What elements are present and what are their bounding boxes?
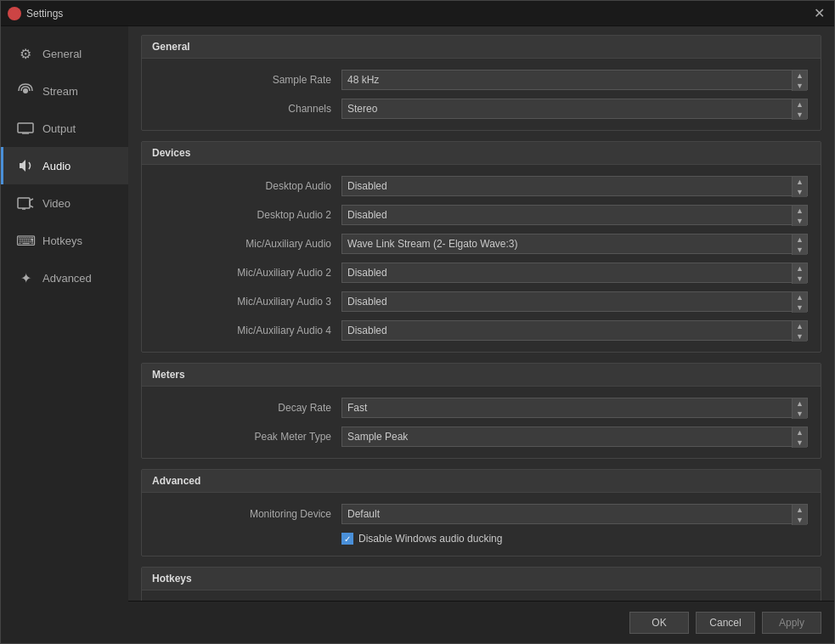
peak-meter-up[interactable]: ▲ (793, 427, 807, 438)
checkbox-ducking[interactable] (341, 533, 353, 545)
section-header-advanced: Advanced (142, 470, 821, 493)
desktop-audio-spinner[interactable]: ▲ ▼ (792, 177, 807, 197)
channels-up[interactable]: ▲ (793, 99, 807, 110)
control-mic-aux-3: Disabled ▲ ▼ (341, 291, 808, 312)
mic-aux-up[interactable]: ▲ (793, 234, 807, 245)
sidebar-label-hotkeys: Hotkeys (42, 234, 82, 247)
select-mic-aux-3[interactable]: Disabled ▲ ▼ (341, 291, 808, 312)
apply-button[interactable]: Apply (762, 612, 821, 634)
monitoring-spinner[interactable]: ▲ ▼ (792, 505, 807, 525)
select-desktop-audio-2-value: Disabled (342, 206, 792, 224)
ok-button[interactable]: OK (629, 612, 689, 634)
control-mic-aux-2: Disabled ▲ ▼ (341, 263, 808, 283)
select-mic-aux-4[interactable]: Disabled ▲ ▼ (341, 320, 808, 341)
monitoring-up[interactable]: ▲ (793, 505, 807, 515)
mic-aux-2-up[interactable]: ▲ (793, 263, 807, 274)
sidebar-label-video: Video (42, 197, 71, 210)
sidebar-item-stream[interactable]: Stream (1, 72, 128, 110)
label-desktop-audio-2: Desktop Audio 2 (155, 209, 341, 221)
sample-rate-up[interactable]: ▲ (793, 71, 807, 81)
select-monitoring-value: Default (342, 505, 792, 523)
control-peak-meter: Sample Peak ▲ ▼ (341, 427, 808, 447)
control-desktop-audio-2: Disabled ▲ ▼ (341, 205, 808, 225)
select-peak-meter[interactable]: Sample Peak ▲ ▼ (341, 427, 808, 447)
label-mic-aux-2: Mic/Auxiliary Audio 2 (155, 267, 341, 279)
channels-down[interactable]: ▼ (793, 110, 807, 120)
mic-aux-2-down[interactable]: ▼ (793, 274, 807, 284)
select-mic-aux-2[interactable]: Disabled ▲ ▼ (341, 263, 808, 283)
select-sample-rate-value: 48 kHz (342, 71, 792, 89)
scroll-area[interactable]: General Sample Rate 48 kHz ▲ ▼ (128, 26, 834, 601)
mic-aux-3-down[interactable]: ▼ (793, 302, 807, 313)
desktop-audio-down[interactable]: ▼ (793, 187, 807, 197)
sidebar-label-output: Output (42, 122, 76, 135)
video-icon (17, 195, 34, 212)
sample-rate-spinner[interactable]: ▲ ▼ (792, 71, 807, 91)
decay-rate-down[interactable]: ▼ (793, 409, 807, 419)
mic-aux-3-spinner[interactable]: ▲ ▼ (792, 292, 807, 313)
desktop-audio-up[interactable]: ▲ (793, 177, 807, 187)
section-general: General Sample Rate 48 kHz ▲ ▼ (141, 35, 821, 131)
select-desktop-audio[interactable]: Disabled ▲ ▼ (341, 176, 808, 196)
desktop-audio-2-up[interactable]: ▲ (793, 206, 807, 216)
control-desktop-audio: Disabled ▲ ▼ (341, 176, 808, 196)
sidebar-item-video[interactable]: Video (1, 184, 128, 222)
select-mic-aux-value: Wave Link Stream (2- Elgato Wave:3) (342, 234, 792, 253)
form-row-desktop-audio-2: Desktop Audio 2 Disabled ▲ ▼ (142, 201, 821, 229)
desktop-audio-2-spinner[interactable]: ▲ ▼ (792, 206, 807, 226)
mic-aux-spinner[interactable]: ▲ ▼ (792, 234, 807, 255)
mic-aux-4-up[interactable]: ▲ (793, 321, 807, 331)
content-area: ⚙ General Stream (1, 26, 834, 643)
decay-rate-up[interactable]: ▲ (793, 398, 807, 409)
form-row-decay-rate: Decay Rate Fast ▲ ▼ (142, 393, 821, 422)
section-body-meters: Decay Rate Fast ▲ ▼ (142, 387, 821, 458)
sample-rate-down[interactable]: ▼ (793, 81, 807, 91)
sidebar-item-advanced[interactable]: ✦ Advanced (1, 259, 128, 297)
close-button[interactable]: ✕ (810, 5, 827, 22)
sidebar-item-general[interactable]: ⚙ General (1, 35, 128, 72)
select-mic-aux[interactable]: Wave Link Stream (2- Elgato Wave:3) ▲ ▼ (341, 234, 808, 254)
cancel-button[interactable]: Cancel (696, 612, 755, 634)
mic-aux-down[interactable]: ▼ (793, 245, 807, 255)
titlebar-title: Settings (26, 8, 63, 20)
section-header-meters: Meters (142, 364, 821, 387)
mic-aux-2-spinner[interactable]: ▲ ▼ (792, 263, 807, 284)
svg-rect-1 (18, 123, 33, 133)
mic-aux-3-up[interactable]: ▲ (793, 292, 807, 302)
section-header-hotkeys: Hotkeys (142, 568, 821, 590)
form-row-monitoring: Monitoring Device Default ▲ ▼ (142, 500, 821, 528)
select-channels[interactable]: Stereo ▲ ▼ (341, 99, 808, 119)
section-body-advanced: Monitoring Device Default ▲ ▼ (142, 493, 821, 556)
desktop-audio-2-down[interactable]: ▼ (793, 216, 807, 226)
select-mic-aux-2-value: Disabled (342, 263, 792, 282)
control-channels: Stereo ▲ ▼ (341, 99, 808, 119)
form-row-mic-aux-4: Mic/Auxiliary Audio 4 Disabled ▲ ▼ (142, 316, 821, 345)
label-decay-rate: Decay Rate (155, 402, 341, 414)
sidebar-label-stream: Stream (42, 85, 78, 98)
channels-spinner[interactable]: ▲ ▼ (792, 99, 807, 120)
section-header-devices: Devices (142, 142, 821, 165)
checkbox-label-ducking: Disable Windows audio ducking (358, 533, 502, 545)
decay-rate-spinner[interactable]: ▲ ▼ (792, 398, 807, 419)
label-channels: Channels (155, 103, 341, 115)
select-sample-rate[interactable]: 48 kHz ▲ ▼ (341, 70, 808, 90)
label-monitoring: Monitoring Device (155, 508, 341, 520)
titlebar-left: Settings (8, 7, 63, 20)
checkbox-row-ducking: Disable Windows audio ducking (142, 528, 821, 549)
peak-meter-spinner[interactable]: ▲ ▼ (792, 427, 807, 448)
select-mic-aux-3-value: Disabled (342, 292, 792, 311)
section-devices: Devices Desktop Audio Disabled ▲ ▼ (141, 141, 821, 353)
label-desktop-audio: Desktop Audio (155, 180, 341, 192)
mic-aux-4-down[interactable]: ▼ (793, 331, 807, 342)
stream-icon (17, 82, 34, 99)
select-desktop-audio-2[interactable]: Disabled ▲ ▼ (341, 205, 808, 225)
select-monitoring[interactable]: Default ▲ ▼ (341, 504, 808, 524)
mic-aux-4-spinner[interactable]: ▲ ▼ (792, 321, 807, 342)
sidebar-item-hotkeys[interactable]: ⌨ Hotkeys (1, 222, 128, 259)
monitoring-down[interactable]: ▼ (793, 515, 807, 525)
select-decay-rate[interactable]: Fast ▲ ▼ (341, 398, 808, 418)
label-peak-meter: Peak Meter Type (155, 431, 341, 443)
sidebar-item-output[interactable]: Output (1, 110, 128, 147)
peak-meter-down[interactable]: ▼ (793, 438, 807, 448)
sidebar-item-audio[interactable]: Audio (1, 147, 128, 184)
